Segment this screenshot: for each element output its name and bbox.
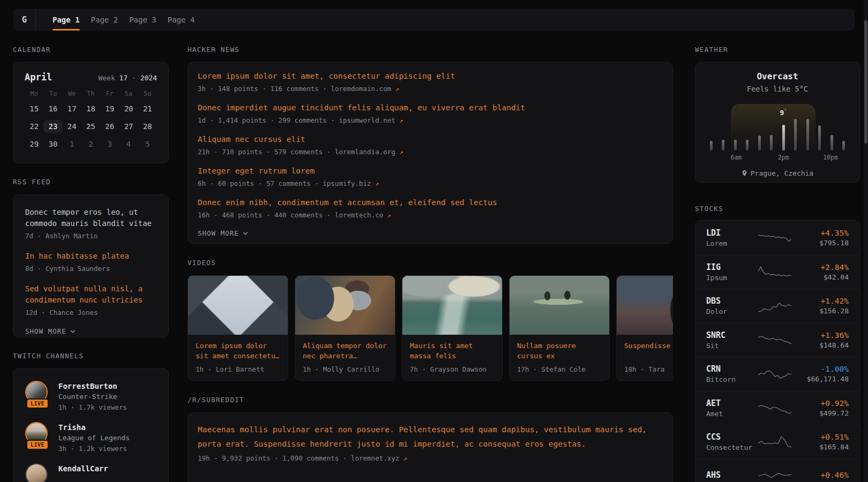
hn-item-title[interactable]: Integer eget rutrum lorem	[198, 166, 663, 176]
weather-condition: Overcast	[695, 71, 859, 81]
stock-row[interactable]: IIG Ipsum +2.84% $42.04	[695, 255, 859, 289]
hn-item: Aliquam nec cursus elit 21h · 710 points…	[198, 134, 663, 156]
hn-item-title[interactable]: Lorem ipsum dolor sit amet, consectetur …	[198, 71, 663, 81]
external-link-icon[interactable]: ↗	[399, 117, 403, 124]
rss-section-label: RSS FEED	[13, 178, 169, 186]
temp-bar	[818, 125, 821, 150]
rss-item: In hac habitasse platea 8d · Cynthia Sau…	[25, 251, 156, 273]
right-column: WEATHER Overcast Feels like 5°C 9° 6am 2…	[695, 46, 860, 482]
stock-row[interactable]: DBS Dolor +1.42% $156.28	[695, 289, 859, 323]
hour-label: 2pm	[778, 154, 789, 161]
calendar-day: 28	[138, 120, 157, 133]
stock-sparkline	[758, 468, 792, 482]
video-thumbnail[interactable]	[188, 276, 288, 335]
stock-price: $795.18	[792, 239, 849, 247]
rss-item: Donec tempor eros leo, ut commodo mauris…	[25, 207, 156, 240]
video-card[interactable]: Lorem ipsum dolor sit amet consectetu… 1…	[188, 275, 288, 381]
app-logo[interactable]: G	[13, 9, 36, 31]
video-card[interactable]: Nullam posuere cursus ex 17h · Stefan Co…	[509, 275, 610, 381]
external-link-icon[interactable]: ↗	[387, 212, 391, 219]
video-title[interactable]: Suspendisse diam	[624, 341, 673, 361]
calendar-day: 27	[119, 120, 138, 133]
rss-item-meta: 8d · Cynthia Saunders	[25, 265, 156, 273]
scrollbar-thumb[interactable]	[864, 20, 867, 144]
tab-page-1[interactable]: Page 1	[53, 9, 80, 31]
video-card[interactable]: Suspendisse diam 18h · Tara	[616, 275, 673, 381]
video-card[interactable]: Mauris sit amet massa felis 7h · Grayson…	[402, 275, 503, 381]
stock-row[interactable]: AET Amet +0.92% $499.72	[695, 391, 859, 425]
video-title[interactable]: Aliquam tempor dolor nec pharetra…	[303, 341, 387, 361]
avatar[interactable]: LIVE	[25, 422, 50, 447]
calendar-day: 25	[81, 120, 100, 133]
stocks-section-label: STOCKS	[695, 205, 860, 213]
hn-show-more-button[interactable]: SHOW MORE	[198, 229, 663, 237]
hn-item: Integer eget rutrum lorem 6h · 60 points…	[198, 166, 663, 187]
channel-game: Counter-Strike	[58, 391, 127, 402]
stock-sparkline	[758, 298, 792, 314]
stock-row[interactable]: SNRC Sit +1.36% $148.64	[695, 323, 859, 357]
rss-item-title[interactable]: Donec tempor eros leo, ut commodo mauris…	[25, 207, 156, 229]
stock-row[interactable]: CCS Consectetur +0.51% $165.84	[695, 425, 859, 459]
stock-ticker: DBS	[706, 296, 758, 306]
rss-show-more-button[interactable]: SHOW MORE	[25, 327, 156, 335]
stock-change: +0.92%	[792, 399, 849, 408]
weather-section-label: WEATHER	[695, 46, 860, 54]
video-title[interactable]: Mauris sit amet massa felis	[410, 341, 495, 361]
stock-row[interactable]: LDI Lorem +4.35% $795.18	[695, 221, 859, 255]
calendar-month: April	[25, 72, 52, 82]
external-link-icon[interactable]: ↗	[375, 180, 379, 187]
video-meta: 1h · Lori Barnett	[196, 365, 280, 373]
reddit-post-title[interactable]: Maecenas mollis pulvinar erat non posuer…	[198, 423, 663, 451]
temp-bar	[710, 141, 713, 150]
tab-page-2[interactable]: Page 2	[91, 9, 118, 31]
video-title[interactable]: Nullam posuere cursus ex	[517, 341, 602, 361]
hn-item-title[interactable]: Aliquam nec cursus elit	[198, 134, 663, 145]
scrollbar-track[interactable]	[864, 0, 868, 482]
twitch-channel[interactable]: LIVE Trisha League of Legends 3h · 1.2k …	[25, 422, 156, 454]
channel-name[interactable]: KendallCarr	[58, 463, 108, 474]
video-thumbnail[interactable]	[510, 276, 609, 335]
stock-price: $148.64	[792, 341, 849, 349]
video-thumbnail[interactable]	[617, 276, 673, 335]
calendar-day: 22	[25, 120, 43, 133]
avatar[interactable]: LIVE	[25, 381, 50, 405]
stock-row[interactable]: AHS +0.46%	[695, 459, 859, 482]
external-link-icon[interactable]: ↗	[399, 148, 403, 156]
stock-sparkline	[758, 332, 792, 348]
tab-page-3[interactable]: Page 3	[129, 9, 156, 31]
hn-item-meta: 6h · 60 points · 57 comments · ipsumify.…	[198, 179, 663, 187]
video-thumbnail[interactable]	[402, 276, 502, 335]
video-thumbnail[interactable]	[295, 276, 395, 335]
stock-change: +2.84%	[792, 263, 849, 272]
calendar-day: 18	[81, 102, 100, 115]
temp-bar	[770, 135, 773, 150]
stock-price: $66,171.48	[792, 375, 849, 383]
hn-item: Donec imperdiet augue tincidunt felis al…	[198, 103, 663, 124]
rss-widget: Donec tempor eros leo, ut commodo mauris…	[13, 194, 169, 337]
video-title[interactable]: Lorem ipsum dolor sit amet consectetu…	[196, 341, 280, 361]
hn-item-title[interactable]: Donec imperdiet augue tincidunt felis al…	[198, 103, 663, 113]
channel-name[interactable]: ForrestBurton	[58, 381, 127, 391]
temp-bar	[758, 135, 761, 150]
stock-price: $156.28	[792, 307, 849, 315]
stock-sparkline	[758, 400, 792, 416]
temp-bar	[806, 119, 809, 150]
day-header: Tu	[43, 90, 62, 97]
twitch-channel[interactable]: LIVE ForrestBurton Counter-Strike 1h · 1…	[25, 381, 156, 412]
calendar-day: 16	[43, 102, 62, 115]
avatar[interactable]	[25, 463, 50, 482]
external-link-icon[interactable]: ↗	[403, 455, 407, 462]
stock-sparkline	[758, 366, 792, 382]
tab-page-4[interactable]: Page 4	[168, 9, 195, 31]
rss-item-title[interactable]: In hac habitasse platea	[25, 251, 156, 262]
weather-feels-like: Feels like 5°C	[695, 85, 859, 93]
stock-change: +0.46%	[792, 471, 849, 479]
external-link-icon[interactable]: ↗	[395, 85, 399, 93]
stock-row[interactable]: CRN Bitcorn -1.00% $66,171.48	[695, 357, 859, 391]
video-card[interactable]: Aliquam tempor dolor nec pharetra… 1h · …	[295, 275, 395, 381]
rss-item-title[interactable]: Sed volutpat nulla nisl, a condimentum n…	[25, 283, 156, 306]
chevron-down-icon	[243, 232, 248, 235]
hn-item-title[interactable]: Donec enim nibh, condimentum et accumsan…	[198, 198, 663, 208]
channel-name[interactable]: Trisha	[58, 422, 130, 433]
twitch-channel[interactable]: KendallCarr	[25, 463, 156, 482]
